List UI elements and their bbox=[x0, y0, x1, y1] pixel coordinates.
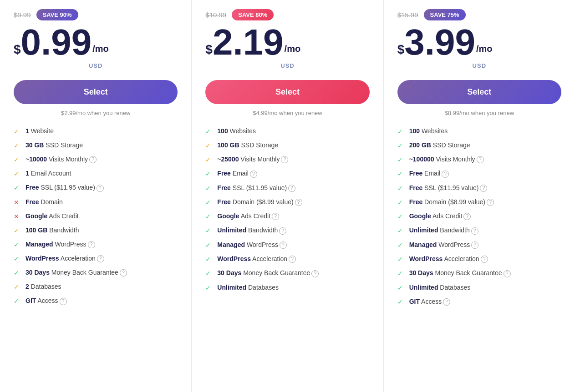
feature-text: 30 Days Money Back Guarantee? bbox=[25, 269, 178, 276]
feature-text: Free Domain ($8.99 value)? bbox=[409, 198, 561, 206]
feature-item: ✓~100000 Visits Monthly? bbox=[397, 156, 561, 163]
feature-item: ✓1 Website bbox=[14, 127, 178, 135]
check-icon: ✓ bbox=[397, 298, 406, 306]
feature-bold: 100 GB bbox=[217, 141, 239, 149]
feature-item: ✓WordPress Acceleration? bbox=[205, 255, 369, 263]
features-list: ✓100 Websites✓100 GB SSD Storage✓~25000 … bbox=[205, 127, 369, 291]
info-icon[interactable]: ? bbox=[88, 241, 95, 248]
feature-bold: ~10000 bbox=[25, 156, 47, 163]
feature-text: Free Email? bbox=[409, 170, 561, 177]
feature-text: 100 Websites bbox=[217, 127, 369, 135]
check-icon: ✓ bbox=[14, 283, 22, 291]
feature-bold: Unlimited bbox=[217, 284, 246, 291]
cross-icon: ✕ bbox=[14, 199, 22, 206]
info-icon[interactable]: ? bbox=[280, 241, 287, 249]
feature-bold: 1 bbox=[25, 170, 29, 177]
feature-bold: Managed bbox=[409, 241, 437, 248]
info-icon[interactable]: ? bbox=[480, 185, 487, 192]
main-price: 0.99 bbox=[21, 24, 92, 60]
save-badge: SAVE 75% bbox=[424, 9, 466, 20]
info-icon[interactable]: ? bbox=[289, 256, 296, 263]
feature-bold: Free bbox=[409, 170, 423, 177]
feature-bold: 30 Days bbox=[25, 269, 50, 276]
info-icon[interactable]: ? bbox=[442, 171, 449, 178]
info-icon[interactable]: ? bbox=[443, 298, 450, 306]
feature-item: ✓Managed WordPress? bbox=[205, 241, 369, 249]
info-icon[interactable]: ? bbox=[279, 227, 286, 235]
currency-symbol: $ bbox=[397, 43, 405, 60]
info-icon[interactable]: ? bbox=[487, 199, 494, 206]
feature-item: ✓Unlimited Bandwidth? bbox=[397, 226, 561, 234]
feature-item: ✓Free SSL ($11.95 value)? bbox=[14, 184, 178, 191]
feature-text: 30 GB SSD Storage bbox=[25, 141, 178, 149]
feature-text: 30 Days Money Back Guarantee? bbox=[409, 269, 561, 277]
feature-text: 100 GB Bandwidth bbox=[25, 226, 178, 234]
select-button-basic[interactable]: Select bbox=[14, 80, 178, 104]
feature-bold: Free bbox=[217, 198, 231, 206]
per-month: /mo bbox=[92, 44, 109, 60]
feature-item: ✓GIT Access? bbox=[397, 298, 561, 306]
info-icon[interactable]: ? bbox=[477, 156, 484, 163]
original-price: $10.99 bbox=[205, 11, 226, 19]
check-icon: ✓ bbox=[205, 156, 214, 163]
info-icon[interactable]: ? bbox=[463, 213, 471, 220]
feature-bold: Google bbox=[217, 212, 239, 220]
feature-bold: WordPress bbox=[409, 255, 443, 262]
feature-item: ✓30 Days Money Back Guarantee? bbox=[397, 269, 561, 277]
feature-text: 1 Email Account bbox=[25, 170, 178, 177]
info-icon[interactable]: ? bbox=[97, 185, 104, 192]
check-icon: ✓ bbox=[397, 185, 406, 192]
check-icon: ✓ bbox=[205, 170, 214, 177]
feature-bold: 30 GB bbox=[25, 141, 44, 149]
features-list: ✓100 Websites✓200 GB SSD Storage✓~100000… bbox=[397, 127, 561, 306]
feature-bold: Google bbox=[409, 212, 431, 220]
info-icon[interactable]: ? bbox=[120, 269, 127, 276]
usd-label: USD bbox=[397, 62, 561, 69]
info-icon[interactable]: ? bbox=[272, 213, 279, 220]
feature-item: ✕Free Domain bbox=[14, 198, 178, 206]
check-icon: ✓ bbox=[205, 199, 214, 206]
feature-bold: Free bbox=[217, 170, 231, 177]
feature-bold: WordPress bbox=[25, 255, 59, 262]
info-icon[interactable]: ? bbox=[481, 256, 488, 263]
currency-symbol: $ bbox=[14, 43, 21, 60]
select-button-premium[interactable]: Select bbox=[205, 80, 369, 104]
feature-bold: 200 GB bbox=[409, 141, 431, 149]
feature-text: Google Ads Credit? bbox=[217, 212, 369, 220]
info-icon[interactable]: ? bbox=[281, 156, 288, 163]
feature-bold: Free bbox=[409, 198, 423, 206]
info-icon[interactable]: ? bbox=[288, 185, 295, 192]
feature-text: Free SSL ($11.95 value)? bbox=[217, 184, 369, 192]
check-icon: ✓ bbox=[397, 227, 406, 234]
info-icon[interactable]: ? bbox=[504, 270, 511, 277]
currency-symbol: $ bbox=[205, 43, 213, 60]
feature-bold: GIT bbox=[25, 297, 36, 304]
info-icon[interactable]: ? bbox=[97, 255, 104, 262]
info-icon[interactable]: ? bbox=[311, 270, 319, 277]
info-icon[interactable]: ? bbox=[471, 227, 478, 235]
feature-item: ✓30 GB SSD Storage bbox=[14, 141, 178, 149]
info-icon[interactable]: ? bbox=[250, 171, 257, 178]
check-icon: ✓ bbox=[397, 256, 406, 263]
price-row: $0.99/mo bbox=[14, 24, 178, 60]
info-icon[interactable]: ? bbox=[471, 241, 478, 249]
select-button-business[interactable]: Select bbox=[397, 80, 561, 104]
feature-bold: 30 Days bbox=[409, 269, 433, 276]
feature-text: Free SSL ($11.95 value)? bbox=[409, 184, 561, 192]
feature-item: ✓Google Ads Credit? bbox=[205, 212, 369, 220]
info-icon[interactable]: ? bbox=[60, 298, 67, 305]
feature-item: ✓Free Email? bbox=[397, 170, 561, 177]
feature-item: ✓Unlimited Bandwidth? bbox=[205, 226, 369, 234]
feature-bold: Unlimited bbox=[409, 284, 438, 291]
feature-text: WordPress Acceleration? bbox=[25, 255, 178, 262]
feature-bold: 100 GB bbox=[25, 226, 47, 234]
feature-bold: Unlimited bbox=[217, 226, 246, 234]
info-icon[interactable]: ? bbox=[295, 199, 302, 206]
plan-header: $15.99SAVE 75% bbox=[397, 9, 561, 20]
main-price: 3.99 bbox=[404, 24, 475, 60]
renew-note: $4.99/mo when you renew bbox=[205, 110, 369, 116]
info-icon[interactable]: ? bbox=[89, 156, 97, 163]
feature-text: WordPress Acceleration? bbox=[217, 255, 369, 263]
check-icon: ✓ bbox=[397, 213, 406, 220]
feature-text: Unlimited Databases bbox=[409, 284, 561, 291]
